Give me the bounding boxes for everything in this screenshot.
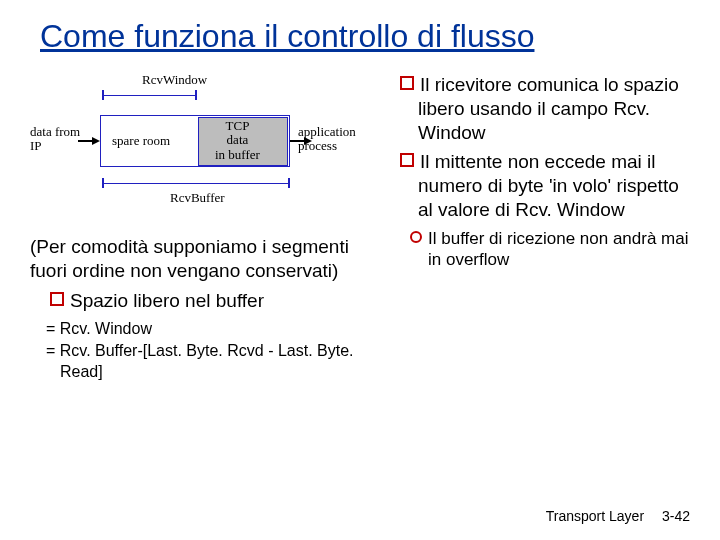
- left-text: (Per comodità supponiamo i segmenti fuor…: [30, 235, 360, 312]
- app-process-label: application process: [298, 125, 356, 154]
- slide-title: Come funziona il controllo di flusso: [0, 0, 720, 55]
- page-number: 3-42: [662, 508, 690, 524]
- overflow-subbullet: Il buffer di ricezione non andrà mai in …: [380, 228, 690, 271]
- equations: = Rcv. Window = Rcv. Buffer-[Last. Byte.…: [30, 318, 360, 383]
- slide-footer: Transport Layer 3-42: [546, 508, 690, 524]
- buffer-diagram: RcvWindow data from IP spare room TCP da…: [30, 73, 350, 213]
- data-from-ip-label: data from IP: [30, 125, 80, 154]
- free-space-text: Spazio libero nel buffer: [70, 290, 264, 311]
- rcvbuffer-label: RcvBuffer: [170, 191, 225, 205]
- arrow-in-head: [92, 137, 100, 145]
- rcvwindow-cap-l: [102, 90, 104, 100]
- rcvbuffer-span: [103, 183, 289, 184]
- right-column: Il ricevitore comunica lo spazio libero …: [370, 73, 690, 383]
- free-space-bullet: Spazio libero nel buffer: [30, 289, 360, 313]
- rcvwindow-label: RcvWindow: [142, 73, 207, 87]
- eq-line-2: = Rcv. Buffer-[Last. Byte. Rcvd - Last. …: [38, 340, 360, 383]
- assumption-para: (Per comodità supponiamo i segmenti fuor…: [30, 235, 360, 283]
- overflow-text: Il buffer di ricezione non andrà mai in …: [428, 229, 689, 269]
- receiver-bullet: Il ricevitore comunica lo spazio libero …: [380, 73, 690, 144]
- rcvbuffer-cap-l: [102, 178, 104, 188]
- left-column: RcvWindow data from IP spare room TCP da…: [30, 73, 370, 383]
- rcvbuffer-cap-r: [288, 178, 290, 188]
- tcp-data-label: TCP data in buffer: [215, 119, 260, 162]
- sender-bullet: Il mittente non eccede mai il numero di …: [380, 150, 690, 221]
- receiver-text: Il ricevitore comunica lo spazio libero …: [418, 74, 679, 143]
- spare-room-label: spare room: [112, 134, 170, 148]
- rcvwindow-cap-r: [195, 90, 197, 100]
- rcvwindow-span: [103, 95, 196, 96]
- content-area: RcvWindow data from IP spare room TCP da…: [0, 55, 720, 383]
- eq-line-1: = Rcv. Window: [38, 318, 360, 340]
- footer-label: Transport Layer: [546, 508, 644, 524]
- sender-text: Il mittente non eccede mai il numero di …: [418, 151, 679, 220]
